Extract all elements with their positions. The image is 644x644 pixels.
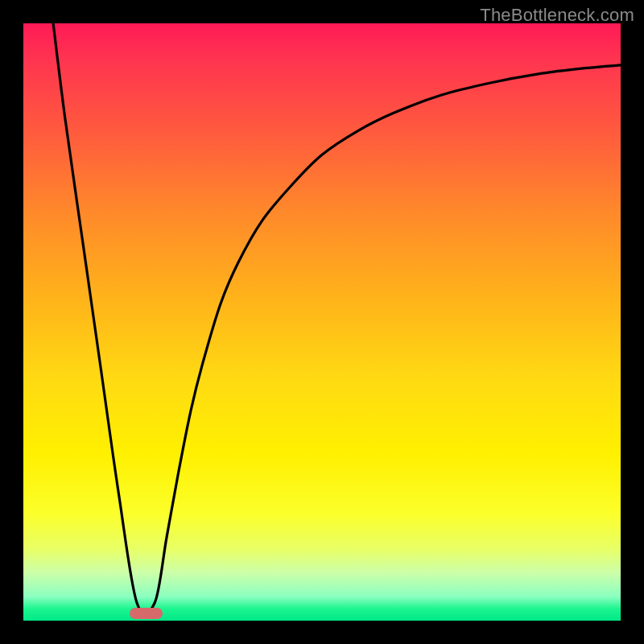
bottleneck-curve — [53, 23, 621, 613]
minimum-marker — [130, 608, 163, 619]
plot-area — [23, 23, 621, 621]
curve-layer — [23, 23, 621, 621]
chart-container: TheBottleneck.com — [0, 0, 644, 644]
